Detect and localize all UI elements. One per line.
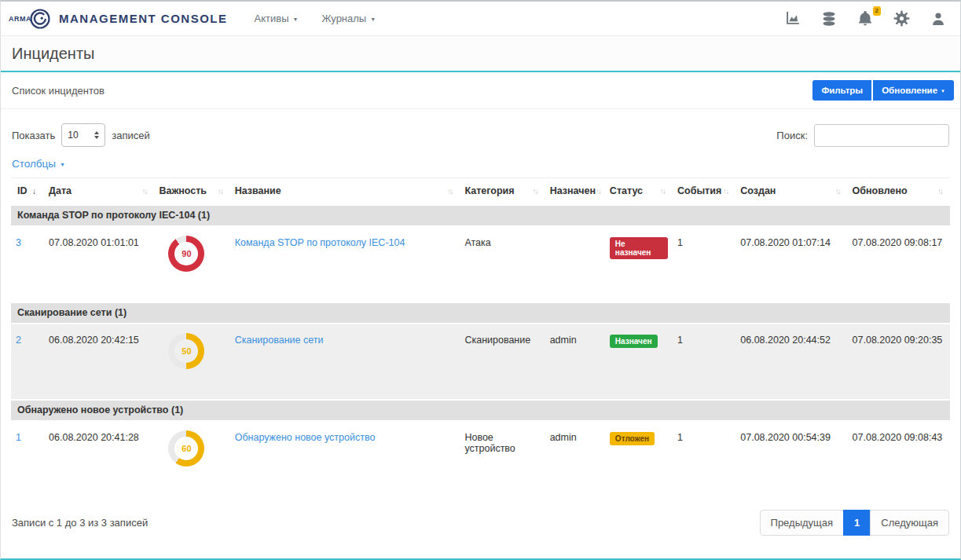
search-control: Поиск: bbox=[776, 124, 949, 147]
sort-icon[interactable]: ↑↓ bbox=[533, 187, 541, 196]
incident-id-link[interactable]: 3 bbox=[16, 237, 21, 248]
menu-assets-label: Активы bbox=[255, 13, 289, 24]
incident-updated: 07.08.2020 09:20:35 bbox=[848, 324, 950, 400]
column-header-category[interactable]: Категория↑↓ bbox=[460, 178, 545, 205]
menu-journals-label: Журналы bbox=[321, 13, 366, 24]
filters-button-label: Фильтры bbox=[821, 86, 863, 95]
severity-donut: 50 bbox=[168, 333, 204, 369]
panel-actions: Фильтры Обновление ▼ bbox=[812, 80, 954, 101]
search-input[interactable] bbox=[814, 124, 949, 147]
records-label: записей bbox=[112, 130, 149, 141]
severity-value: 90 bbox=[168, 236, 204, 272]
group-title: Команда STOP по протоколу IEC-104 (1) bbox=[11, 205, 950, 226]
incident-events-count: 1 bbox=[673, 324, 735, 400]
menu-journals[interactable]: Журналы ▼ bbox=[321, 13, 376, 24]
incident-events-count: 1 bbox=[673, 226, 735, 302]
sort-icon[interactable]: ↑↓ bbox=[218, 187, 226, 196]
incident-created: 07.08.2020 01:07:14 bbox=[735, 226, 847, 302]
pagination-page-1[interactable]: 1 bbox=[843, 510, 871, 536]
menu-assets[interactable]: Активы ▼ bbox=[255, 13, 299, 24]
pagination-next-button[interactable]: Следующая bbox=[870, 510, 949, 536]
group-title: Обнаружено новое устройство (1) bbox=[11, 400, 950, 421]
chevron-down-icon: ▼ bbox=[941, 89, 945, 93]
incident-updated: 07.08.2020 09:08:17 bbox=[848, 226, 950, 302]
panel-header: Список инцидентов Фильтры Обновление ▼ bbox=[1, 72, 960, 109]
incident-category: Атака bbox=[460, 226, 545, 302]
incident-updated: 07.08.2020 09:08:43 bbox=[848, 421, 950, 497]
status-badge: Отложен bbox=[610, 432, 655, 445]
columns-label: Столбцы bbox=[12, 158, 56, 170]
incident-row: 2 06.08.2020 20:42:15 50 Сканирование се… bbox=[11, 324, 950, 400]
spinner-icon bbox=[94, 131, 99, 139]
main-menu: Активы ▼ Журналы ▼ bbox=[255, 13, 376, 24]
app-window: ARMA MANAGEMENT CONSOLE Активы ▼ Журналы… bbox=[0, 0, 961, 560]
incident-name-link[interactable]: Обнаружено новое устройство bbox=[235, 432, 376, 443]
chevron-down-icon: ▼ bbox=[292, 16, 298, 22]
column-header-events[interactable]: События↑↓ bbox=[673, 178, 735, 205]
severity-value: 50 bbox=[168, 333, 204, 369]
sort-icon[interactable]: ↑↓ bbox=[937, 187, 945, 196]
page-length-control: Показать 10 записей bbox=[12, 123, 150, 147]
severity-donut: 60 bbox=[168, 430, 204, 467]
status-badge: Назначен bbox=[610, 335, 658, 348]
incident-id-link[interactable]: 2 bbox=[16, 335, 21, 346]
page-title: Инциденты bbox=[12, 45, 94, 63]
column-header-assignee[interactable]: Назначен↑↓ bbox=[545, 178, 605, 205]
search-label: Поиск: bbox=[776, 130, 808, 141]
status-badge: Не назначен bbox=[610, 237, 668, 259]
chevron-down-icon: ▼ bbox=[370, 16, 376, 22]
incident-created: 07.08.2020 00:54:39 bbox=[735, 421, 847, 497]
column-header-id[interactable]: ID↓ bbox=[11, 178, 44, 205]
incident-assignee bbox=[545, 226, 605, 302]
filters-button[interactable]: Фильтры bbox=[812, 80, 871, 101]
show-label: Показать bbox=[12, 130, 55, 141]
incident-assignee: admin bbox=[545, 421, 605, 497]
sort-icon[interactable]: ↑↓ bbox=[723, 187, 731, 196]
brand-title: MANAGEMENT CONSOLE bbox=[59, 12, 228, 25]
incident-date: 06.08.2020 20:42:15 bbox=[44, 324, 154, 400]
navbar-icon-group: 2 bbox=[784, 10, 946, 27]
group-header-row: Команда STOP по протоколу IEC-104 (1) bbox=[11, 205, 950, 226]
incident-events-count: 1 bbox=[673, 421, 735, 497]
database-icon[interactable] bbox=[821, 11, 837, 27]
arma-logo-icon bbox=[29, 8, 51, 30]
incident-category: Новое устройство bbox=[460, 421, 545, 497]
pagination-prev-button[interactable]: Предыдущая bbox=[760, 510, 845, 536]
group-header-row: Сканирование сети (1) bbox=[11, 302, 950, 324]
column-header-date[interactable]: Дата↑↓ bbox=[44, 178, 154, 205]
column-header-severity[interactable]: Важность↑↓ bbox=[154, 178, 229, 205]
refresh-button-label: Обновление bbox=[882, 86, 937, 95]
table-controls: Показать 10 записей Поиск: Столбцы ▼ bbox=[1, 109, 960, 173]
incident-date: 06.08.2020 20:41:28 bbox=[44, 421, 154, 497]
brand-logo[interactable]: ARMA MANAGEMENT CONSOLE bbox=[9, 8, 228, 30]
incident-row: 3 07.08.2020 01:01:01 90 Команда STOP по… bbox=[11, 226, 950, 302]
incident-category: Сканирование bbox=[460, 324, 545, 400]
incident-name-link[interactable]: Сканирование сети bbox=[235, 335, 324, 346]
incident-name-link[interactable]: Команда STOP по протоколу IEC-104 bbox=[235, 237, 405, 248]
sort-icon[interactable]: ↑↓ bbox=[447, 187, 455, 196]
columns-dropdown[interactable]: Столбцы ▼ bbox=[12, 158, 65, 170]
page-title-bar: Инциденты bbox=[1, 36, 960, 72]
column-header-created[interactable]: Создан↑↓ bbox=[735, 178, 847, 205]
page-size-select[interactable]: 10 bbox=[61, 123, 105, 147]
column-header-updated[interactable]: Обновлено↑↓ bbox=[848, 178, 950, 205]
settings-gear-icon[interactable] bbox=[893, 10, 910, 27]
sort-desc-icon[interactable]: ↓ bbox=[32, 187, 39, 196]
column-header-status[interactable]: Статус↑↓ bbox=[605, 178, 673, 205]
user-profile-icon[interactable] bbox=[930, 11, 946, 27]
sort-icon[interactable]: ↑↓ bbox=[141, 187, 149, 196]
sort-icon[interactable]: ↑↓ bbox=[835, 187, 843, 196]
top-navbar: ARMA MANAGEMENT CONSOLE Активы ▼ Журналы… bbox=[1, 2, 960, 36]
incidents-table: ID↓ Дата↑↓ Важность↑↓ Название↑↓ Категор… bbox=[11, 178, 950, 497]
page-size-value: 10 bbox=[68, 130, 78, 141]
refresh-dropdown-button[interactable]: Обновление ▼ bbox=[873, 80, 954, 101]
column-header-name[interactable]: Название↑↓ bbox=[230, 178, 460, 205]
sort-icon[interactable]: ↑↓ bbox=[596, 187, 603, 196]
notifications-bell-icon[interactable]: 2 bbox=[857, 10, 873, 27]
table-footer: Записи с 1 до 3 из 3 записей Предыдущая … bbox=[1, 497, 960, 536]
incident-row: 1 06.08.2020 20:41:28 60 Обнаружено ново… bbox=[11, 421, 950, 497]
incident-id-link[interactable]: 1 bbox=[16, 432, 21, 443]
incident-created: 06.08.2020 20:44:52 bbox=[735, 324, 847, 400]
sort-icon[interactable]: ↑↓ bbox=[660, 187, 668, 196]
dashboard-chart-icon[interactable] bbox=[784, 10, 801, 27]
